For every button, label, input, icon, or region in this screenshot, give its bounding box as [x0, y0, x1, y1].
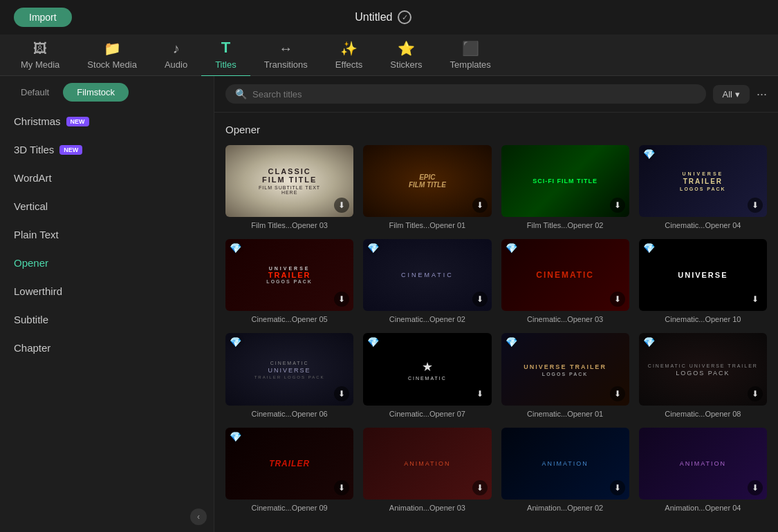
download-icon[interactable]: ⬇ [472, 386, 488, 401]
grid-container: Opener CLASSIC FILM TITLE FILM SUBTITLE … [214, 113, 778, 532]
sidebar-collapse-button[interactable]: ‹ [190, 509, 207, 525]
tab-templates[interactable]: ⬛ Templates [436, 35, 505, 75]
tab-effects[interactable]: ✨ Effects [322, 35, 377, 75]
download-icon[interactable]: ⬇ [334, 198, 349, 213]
download-icon[interactable]: ⬇ [472, 198, 488, 213]
premium-gem-icon: 💎 [230, 243, 241, 254]
premium-gem-icon: 💎 [367, 337, 378, 348]
tab-transitions[interactable]: ↔ Transitions [250, 35, 322, 75]
grid-item-cinematic-opener-04[interactable]: 💎 UNIVERSE TRAILER LOGOS PACK ⬇ Cinemati… [639, 145, 767, 229]
classic-film-title-text: CLASSIC FILM TITLE FILM SUBTITLE TEXT HE… [257, 167, 322, 195]
transitions-icon: ↔ [279, 41, 293, 57]
grid-item-label: Cinematic...Opener 04 [639, 221, 767, 229]
tab-stock-media[interactable]: 📁 Stock Media [73, 35, 151, 75]
download-icon[interactable]: ⬇ [334, 292, 349, 307]
cinematic-star-text: ★ CINEMATIC [408, 359, 447, 380]
premium-gem-icon: 💎 [643, 243, 654, 254]
sidebar-item-subtitle[interactable]: Subtitle [0, 305, 214, 334]
sidebar-item-opener[interactable]: Opener [0, 249, 214, 277]
sidebar-item-plain-text[interactable]: Plain Text [0, 220, 214, 249]
animation-03-text: ANIMATION [404, 460, 450, 467]
sidebar-item-wordart[interactable]: WordArt [0, 164, 214, 192]
sidebar-item-vertical-label: Vertical [14, 200, 48, 212]
thumb-cinematic-opener-06: 💎 CINEMATIC UNIVERSE TRAILER LOGOS PACK … [225, 333, 353, 405]
download-icon[interactable]: ⬇ [748, 292, 763, 307]
logos-pack-text: CINEMATIC UNIVERSE TRAILER LOGOS PACK [648, 363, 758, 376]
premium-gem-icon: 💎 [506, 243, 517, 254]
grid-item-film-opener-01[interactable]: EPIC FILM TITLE ⬇ Film Titles...Opener 0… [363, 145, 491, 229]
animation-04-text: ANIMATION [680, 460, 726, 467]
thumb-cinematic-opener-08: 💎 CINEMATIC UNIVERSE TRAILER LOGOS PACK … [639, 333, 767, 405]
premium-gem-icon: 💎 [367, 243, 378, 254]
download-icon[interactable]: ⬇ [748, 386, 763, 401]
sidebar-tab-filmstock[interactable]: Filmstock [63, 83, 129, 102]
sidebar-item-plain-text-label: Plain Text [14, 229, 59, 240]
tab-stickers[interactable]: ⭐ Stickers [376, 35, 436, 75]
grid-item-label: Cinematic...Opener 05 [225, 315, 353, 323]
grid-item-film-opener-02[interactable]: SCI-FI FILM TITLE ⬇ Film Titles...Opener… [501, 145, 629, 229]
sidebar-tab-default[interactable]: Default [7, 83, 63, 102]
download-icon[interactable]: ⬇ [472, 480, 488, 495]
search-bar: 🔍 All ▾ ··· [214, 76, 778, 113]
grid-item-label: Cinematic...Opener 09 [225, 504, 353, 512]
premium-gem-icon: 💎 [230, 432, 241, 443]
sidebar: Default Filmstock Christmas NEW 3D Title… [0, 76, 214, 532]
grid-item-cinematic-opener-10[interactable]: 💎 UNIVERSE ⬇ Cinematic...Opener 10 [639, 239, 767, 323]
download-icon[interactable]: ⬇ [472, 292, 488, 307]
download-icon[interactable]: ⬇ [748, 198, 763, 213]
sidebar-item-subtitle-label: Subtitle [14, 314, 48, 325]
3d-titles-new-badge: NEW [59, 145, 82, 155]
filter-button[interactable]: All ▾ [713, 85, 750, 104]
download-icon[interactable]: ⬇ [610, 198, 625, 213]
download-icon[interactable]: ⬇ [748, 480, 763, 495]
cinematic-universe-text: CINEMATIC UNIVERSE TRAILER LOGOS PACK [254, 360, 325, 379]
grid-item-cinematic-opener-06[interactable]: 💎 CINEMATIC UNIVERSE TRAILER LOGOS PACK … [225, 333, 353, 417]
grid-item-animation-03[interactable]: ANIMATION ⬇ Animation...Opener 03 [363, 428, 491, 512]
sidebar-item-lowerthird[interactable]: Lowerthird [0, 277, 214, 305]
download-icon[interactable]: ⬇ [334, 386, 349, 401]
thumb-cinematic-opener-10: 💎 UNIVERSE ⬇ [639, 239, 767, 311]
sidebar-item-lowerthird-label: Lowerthird [14, 285, 62, 297]
download-icon[interactable]: ⬇ [334, 480, 349, 495]
tab-stock-media-label: Stock Media [87, 59, 137, 70]
tab-effects-label: Effects [335, 59, 363, 70]
grid-item-film-opener-03[interactable]: CLASSIC FILM TITLE FILM SUBTITLE TEXT HE… [225, 145, 353, 229]
titles-icon: T [221, 39, 230, 57]
grid-item-cinematic-opener-07[interactable]: 💎 ★ CINEMATIC ⬇ Cinematic...Opener 07 [363, 333, 491, 417]
grid-item-row4-1[interactable]: 💎 TRAILER ⬇ Cinematic...Opener 09 [225, 428, 353, 512]
grid-item-cinematic-opener-02[interactable]: 💎 CINEMATIC ⬇ Cinematic...Opener 02 [363, 239, 491, 323]
thumb-animation-02: ANIMATION ⬇ [501, 428, 629, 500]
grid-item-cinematic-opener-05[interactable]: 💎 UNIVERSE TRAILER LOGOS PACK ⬇ Cinemati… [225, 239, 353, 323]
filter-label: All [723, 89, 732, 99]
download-icon[interactable]: ⬇ [610, 480, 625, 495]
download-icon[interactable]: ⬇ [610, 292, 625, 307]
content-area: Default Filmstock Christmas NEW 3D Title… [0, 76, 778, 532]
sidebar-item-christmas[interactable]: Christmas NEW [0, 107, 214, 135]
christmas-new-badge: NEW [66, 117, 89, 126]
search-input[interactable] [252, 89, 696, 99]
sidebar-item-chapter[interactable]: Chapter [0, 334, 214, 362]
tab-audio-label: Audio [165, 59, 187, 70]
universe-black-text: UNIVERSE [678, 271, 728, 279]
grid-item-animation-02[interactable]: ANIMATION ⬇ Animation...Opener 02 [501, 428, 629, 512]
grid-item-label: Film Titles...Opener 03 [225, 221, 353, 229]
title-options-icon[interactable]: ✓ [398, 10, 411, 24]
effects-icon: ✨ [340, 40, 358, 57]
grid-item-cinematic-opener-03[interactable]: 💎 CINEMATIC ⬇ Cinematic...Opener 03 [501, 239, 629, 323]
grid-item-animation-04[interactable]: ANIMATION ⬇ Animation...Opener 04 [639, 428, 767, 512]
import-button[interactable]: Import [14, 8, 72, 27]
thumb-row4-1: 💎 TRAILER ⬇ [225, 428, 353, 500]
download-icon[interactable]: ⬇ [610, 386, 625, 401]
tab-titles-label: Titles [215, 59, 237, 70]
sidebar-item-vertical[interactable]: Vertical [0, 192, 214, 220]
thumb-animation-03: ANIMATION ⬇ [363, 428, 491, 500]
tab-my-media[interactable]: 🖼 My Media [7, 35, 73, 75]
tab-titles[interactable]: T Titles [201, 33, 250, 77]
universe-text: UNIVERSE TRAILER LOGOS PACK [680, 171, 726, 191]
tab-audio[interactable]: ♪ Audio [151, 35, 201, 75]
more-options-button[interactable]: ··· [757, 87, 767, 102]
grid-item-cinematic-opener-01[interactable]: 💎 UNIVERSE TRAILER LOGOS PACK ⬇ Cinemati… [501, 333, 629, 417]
grid-item-cinematic-opener-08[interactable]: 💎 CINEMATIC UNIVERSE TRAILER LOGOS PACK … [639, 333, 767, 417]
sidebar-item-3d-titles[interactable]: 3D Titles NEW [0, 135, 214, 164]
sidebar-item-chapter-label: Chapter [14, 342, 50, 354]
